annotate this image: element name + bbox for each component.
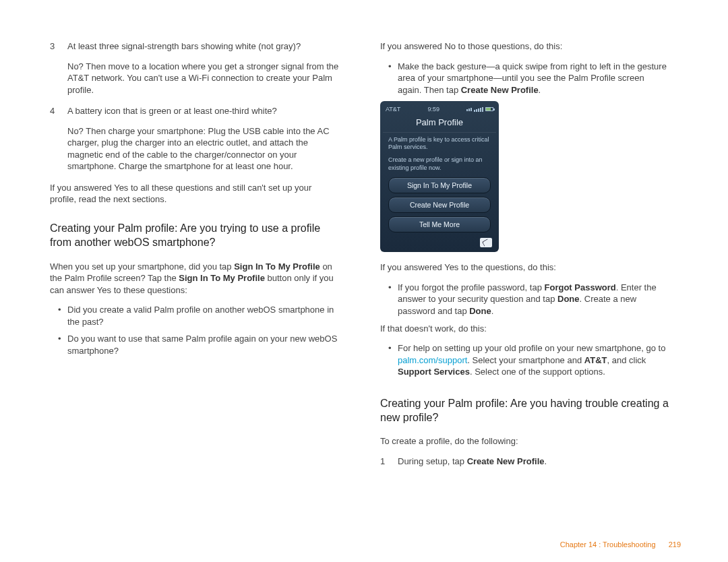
clock: 9:59 xyxy=(427,105,439,113)
phone-screen-title: Palm Profile xyxy=(383,115,496,133)
phone-status-bar: AT&T 9:59 xyxy=(383,104,496,115)
support-link[interactable]: palm.com/support xyxy=(398,355,467,365)
page-number: 219 xyxy=(669,540,681,549)
list-item-1: 1 During setup, tap Create New Profile. xyxy=(380,456,670,468)
list-item-4: 4 A battery icon that is green or at lea… xyxy=(50,105,340,173)
right-column: If you answered No to those questions, d… xyxy=(380,40,670,476)
bullet-item: •Did you create a valid Palm profile on … xyxy=(58,304,340,327)
page-content: 3 At least three signal-strength bars sh… xyxy=(0,0,728,476)
step-number: 1 xyxy=(380,456,398,468)
bullet-item: • Make the back gesture—a quick swipe fr… xyxy=(388,61,670,96)
battery-icon xyxy=(485,107,493,111)
paragraph: If you answered No to those questions, d… xyxy=(380,40,670,53)
phone-button-sign-in: Sign In To My Profile xyxy=(388,177,491,193)
bullet-item: • If you forgot the profile password, ta… xyxy=(388,282,670,317)
section-heading: Creating your Palm profile: Are you havi… xyxy=(380,397,670,425)
bullet-list: • For help on setting up your old profil… xyxy=(388,342,670,378)
carrier-label: AT&T xyxy=(386,105,400,113)
bullet-list: • Make the back gesture—a quick swipe fr… xyxy=(388,61,670,96)
step-answer: No? Then move to a location where you ge… xyxy=(67,61,340,96)
bullet-list: •Did you create a valid Palm profile on … xyxy=(58,304,340,356)
phone-screenshot: AT&T 9:59 Palm Profile A Palm profile is… xyxy=(380,101,499,252)
section-heading: Creating your Palm profile: Are you tryi… xyxy=(50,222,340,250)
step-question: A battery icon that is green or at least… xyxy=(67,105,340,117)
phone-text: Create a new profile or sign into an exi… xyxy=(383,153,496,174)
bullet-item: •Do you want to use that same Palm profi… xyxy=(58,333,340,356)
page-footer: Chapter 14 : Troubleshooting 219 xyxy=(560,540,681,549)
paragraph: If you answered Yes to the questions, do… xyxy=(380,261,670,274)
bullet-item: • For help on setting up your old profil… xyxy=(388,342,670,378)
step-answer: No? Then charge your smartphone: Plug th… xyxy=(67,125,340,173)
paragraph: When you set up your smartphone, did you… xyxy=(50,261,340,296)
paragraph: If you answered Yes to all these questio… xyxy=(50,182,340,206)
left-column: 3 At least three signal-strength bars sh… xyxy=(50,40,340,476)
paragraph: To create a profile, do the following: xyxy=(380,435,670,447)
signal-icon xyxy=(474,107,483,112)
step-number: 3 xyxy=(50,40,67,96)
phone-button-tell-me-more: Tell Me More xyxy=(388,216,491,232)
phone-button-create: Create New Profile xyxy=(388,197,491,213)
phone-text: A Palm profile is key to access critical… xyxy=(383,133,496,154)
paragraph: If that doesn't work, do this: xyxy=(380,323,670,335)
phone-call-icon xyxy=(480,238,492,247)
step-number: 4 xyxy=(50,105,67,173)
list-item-3: 3 At least three signal-strength bars sh… xyxy=(50,40,340,96)
bullet-list: • If you forgot the profile password, ta… xyxy=(388,282,670,317)
step-question: At least three signal-strength bars show… xyxy=(67,40,340,53)
chapter-label: Chapter 14 : Troubleshooting xyxy=(560,540,656,549)
wifi-icon xyxy=(466,108,472,111)
